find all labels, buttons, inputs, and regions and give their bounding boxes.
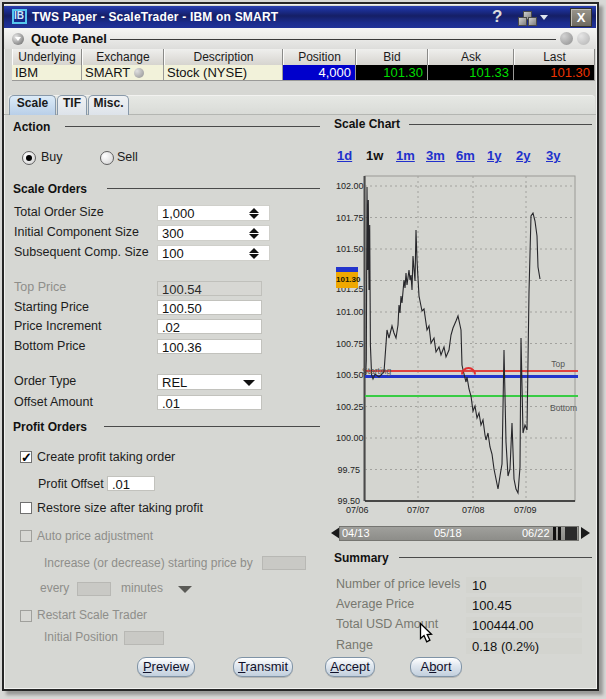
svg-text:Bottom: Bottom — [550, 403, 577, 413]
svg-text:Top: Top — [551, 359, 565, 369]
svg-text:Starting: Starting — [362, 366, 392, 376]
